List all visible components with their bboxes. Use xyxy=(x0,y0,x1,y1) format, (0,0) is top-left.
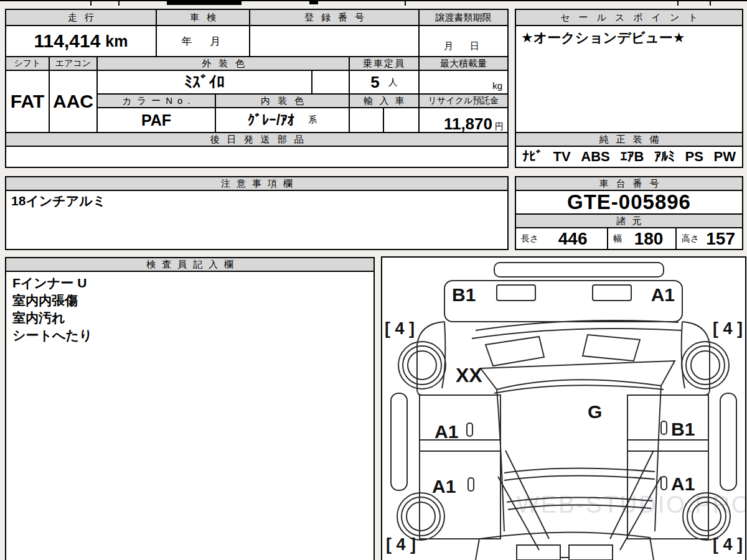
spec-width: 幅 180 xyxy=(607,227,677,250)
later-parts-value xyxy=(5,146,509,168)
label-door-rear-left: A1 xyxy=(432,476,456,497)
recycle-deposit-unit: 円 xyxy=(495,121,504,133)
specs-header: 諸元 xyxy=(515,213,743,228)
top-divider xyxy=(677,0,679,6)
spec-height: 高さ 157 xyxy=(675,227,743,250)
wheel-front-right xyxy=(682,342,729,389)
label-tire-rear-left: [ 4 ] xyxy=(386,535,416,554)
tail-light-right xyxy=(569,545,613,560)
shaken-value: 年 月 xyxy=(156,25,250,57)
top-divider xyxy=(405,0,406,6)
mileage-value: 114,414 km xyxy=(5,25,157,57)
wheel-front-left xyxy=(403,346,441,385)
top-divider xyxy=(710,0,711,6)
label-fender-left: XX xyxy=(456,364,482,386)
capacity-number: 5 xyxy=(370,73,379,92)
sales-point-header: セールスポイント xyxy=(515,9,743,26)
inspector-line: シートへたり xyxy=(12,327,92,344)
mileage-number: 114,414 xyxy=(34,30,101,52)
door-handle-rear-left xyxy=(468,478,474,491)
exterior-color-header: 外装色 xyxy=(96,56,350,71)
side-sill-right xyxy=(720,393,736,490)
max-load-unit: kg xyxy=(492,80,502,91)
color-no-header: カラーNo. xyxy=(96,93,216,108)
clipped-text-fragment xyxy=(167,1,242,5)
label-door-front-right: B1 xyxy=(671,419,695,439)
shift-header: シフト xyxy=(5,56,50,71)
aircon-header: エアコン xyxy=(49,56,98,71)
equipment-alloy: ｱﾙﾐ xyxy=(654,149,675,165)
wheel-rear-left xyxy=(402,497,440,536)
notes-header: 注意事項欄 xyxy=(5,176,509,191)
spec-width-label: 幅 xyxy=(608,233,622,245)
cowl-arc xyxy=(472,329,682,338)
tail-light-left xyxy=(517,545,560,560)
notes-value: 18インチアルミ xyxy=(5,190,509,250)
wheel-front-left xyxy=(408,351,436,380)
transfer-deadline-value: 月 日 xyxy=(418,25,509,57)
interior-color-value: ｸﾞﾚｰ/ｱｵ 系 xyxy=(215,107,350,133)
car-diagram: WEB-STUDIO.PRO xyxy=(381,256,746,560)
door-crease-right xyxy=(627,440,708,451)
equipment-tv: TV xyxy=(553,149,571,165)
max-load-header: 最大積載量 xyxy=(418,56,509,71)
clipped-text-fragment xyxy=(309,1,318,4)
spec-width-value: 180 xyxy=(622,229,675,249)
front-bumper-strip xyxy=(494,263,664,277)
spec-length: 長さ 446 xyxy=(515,227,608,250)
label-tire-front-left: [ 4 ] xyxy=(385,319,415,338)
spec-height-value: 157 xyxy=(699,229,742,249)
shift-value: FAT xyxy=(5,70,50,133)
door-column-left xyxy=(420,395,500,539)
door-handle-rear-right xyxy=(661,477,667,490)
label-door-front-left: A1 xyxy=(435,421,458,442)
equipment-pw: PW xyxy=(713,149,735,165)
roof-band xyxy=(504,475,655,480)
top-divider xyxy=(118,0,120,6)
imported-value-1 xyxy=(349,107,384,133)
interior-color-text: ｸﾞﾚｰ/ｱｵ xyxy=(248,112,294,129)
spec-length-label: 長さ xyxy=(516,233,538,245)
shaken-header: 車検 xyxy=(156,9,250,26)
wiper-zone-right xyxy=(583,335,640,361)
wiper-zone-left xyxy=(486,337,544,366)
label-tire-rear-right: [ 4 ] xyxy=(713,535,743,554)
label-door-rear-right: A1 xyxy=(671,474,695,494)
auction-sheet: { "colors": { "header_bg": "#d8d8d8", "p… xyxy=(0,0,747,560)
mileage-unit: km xyxy=(105,32,128,50)
equipment-navi: ﾅﾋﾞ xyxy=(522,149,543,165)
inspector-line: Fインナー U xyxy=(12,274,87,292)
door-crease-left xyxy=(420,440,500,451)
door-handle-front-left xyxy=(467,423,472,436)
equipment-ps: PS xyxy=(685,149,703,165)
recycle-deposit-number: 11,870 xyxy=(444,114,492,133)
label-tire-front-right: [ 4 ] xyxy=(713,319,743,338)
front-section xyxy=(444,281,682,322)
later-parts-header: 後日発送部品 xyxy=(5,132,509,147)
wheel-rear-left xyxy=(397,493,444,540)
wheel-front-right xyxy=(691,351,720,380)
headlight-right xyxy=(593,285,631,301)
roof-band xyxy=(504,468,655,473)
door-handle-front-right xyxy=(661,421,667,434)
interior-color-suffix: 系 xyxy=(308,114,317,126)
color-no-value: PAF xyxy=(96,107,216,133)
top-divider xyxy=(90,0,92,6)
inspector-line: 室内内張傷 xyxy=(12,292,78,309)
equipment-abs: ABS xyxy=(581,149,609,165)
headlight-left xyxy=(497,285,535,301)
imported-header: 輸入車 xyxy=(349,93,420,108)
registration-header: 登録番号 xyxy=(249,9,420,26)
car-top-view: WEB-STUDIO.PRO xyxy=(382,258,745,560)
inspector-header: 検査員記入欄 xyxy=(5,257,375,272)
wheel-front-left xyxy=(398,342,446,389)
capacity-header: 乗車定員 xyxy=(349,56,420,71)
capacity-unit: 人 xyxy=(388,77,398,88)
aircon-value: AAC xyxy=(49,70,98,133)
wheel-front-right xyxy=(686,346,725,385)
spec-length-value: 446 xyxy=(538,229,607,249)
label-glass: G xyxy=(588,401,602,422)
genuine-equipment-value: ﾅﾋﾞ TV ABS ｴｱB ｱﾙﾐ PS PW xyxy=(515,146,743,168)
inspector-line: 室内汚れ xyxy=(12,309,65,327)
label-front-right: A1 xyxy=(651,284,675,305)
